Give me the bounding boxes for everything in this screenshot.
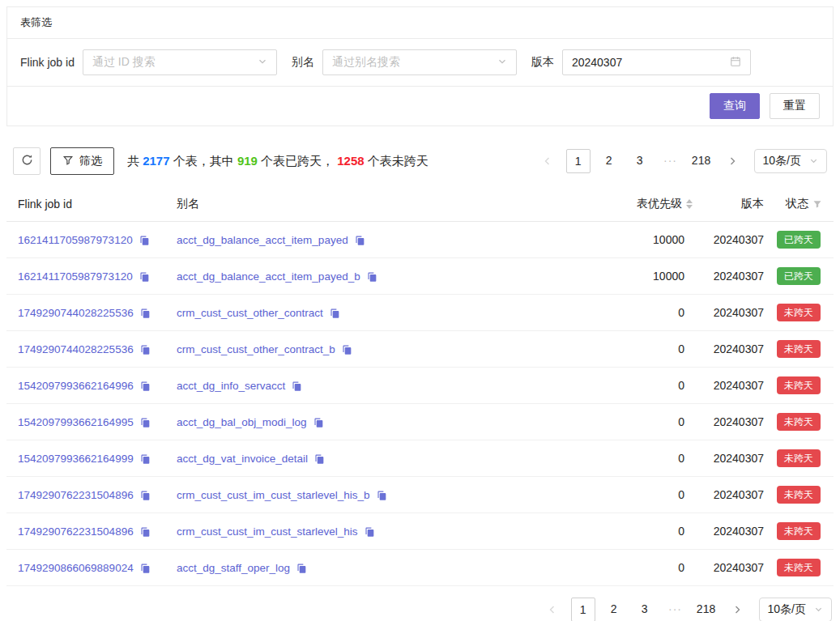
page-size-select[interactable]: 10条/页 [759, 598, 832, 621]
refresh-icon [21, 154, 33, 168]
table-row: 1749290866069889024acct_dg_staff_oper_lo… [6, 550, 834, 586]
version-value: 20240307 [693, 525, 770, 538]
version-label: 版本 [531, 55, 554, 70]
job-id-link[interactable]: 1621411705987973120 [18, 270, 133, 283]
chevron-down-icon [814, 603, 823, 616]
chevron-down-icon [809, 155, 818, 168]
copy-icon[interactable] [329, 308, 340, 319]
col-status-label: 状态 [786, 197, 808, 211]
col-priority-label: 表优先级 [637, 197, 682, 211]
alias-link[interactable]: crm_cust_cust_im_cust_starlevel_his_b [177, 489, 370, 501]
query-button[interactable]: 查询 [710, 93, 760, 119]
priority-value: 0 [595, 561, 693, 574]
job-id-link[interactable]: 1749290762231504896 [18, 525, 134, 538]
page-button-218[interactable]: 218 [689, 149, 714, 173]
flink-job-id-placeholder: 通过 ID 搜索 [92, 55, 156, 70]
filter-card: 表筛选 Flink job id 通过 ID 搜索 别名 通过别名搜索 [6, 6, 834, 126]
alias-link[interactable]: crm_cust_cust_im_cust_starlevel_his [177, 525, 358, 538]
job-id-link[interactable]: 1621411705987973120 [18, 234, 133, 246]
copy-icon[interactable] [139, 490, 151, 501]
uncrossed-count: 1258 [337, 154, 364, 168]
reset-button[interactable]: 重置 [770, 93, 820, 119]
page-button-1[interactable]: 1 [566, 149, 591, 173]
copy-icon[interactable] [366, 271, 377, 283]
table-row: 1749290744028225536crm_cust_cust_other_c… [6, 331, 834, 368]
version-value: 20240307 [693, 342, 770, 355]
copy-icon[interactable] [139, 526, 151, 538]
copy-icon[interactable] [376, 490, 387, 501]
alias-link[interactable]: acct_dg_balance_acct_item_payed_b [177, 270, 360, 283]
page-ellipsis: ··· [659, 149, 683, 173]
status-badge: 未跨天 [777, 340, 821, 358]
page-size-select[interactable]: 10条/页 [754, 149, 827, 173]
version-date-input[interactable]: 20240307 [562, 49, 751, 75]
copy-icon[interactable] [139, 453, 151, 465]
job-id-link[interactable]: 1542097993662164995 [18, 416, 134, 428]
version-value: 20240307 [693, 415, 770, 428]
alias-link[interactable]: crm_cust_cust_other_contract [177, 307, 323, 319]
alias-link[interactable]: crm_cust_cust_other_contract_b [177, 343, 335, 355]
toolbar: 筛选 共 2177 个表，其中 919 个表已跨天， 1258 个表未跨天 12… [6, 147, 834, 175]
page-button-3[interactable]: 3 [628, 149, 652, 173]
version-value: 20240307 [693, 270, 770, 283]
prev-page-button[interactable] [540, 598, 565, 621]
job-id-link[interactable]: 1542097993662164996 [18, 380, 134, 392]
priority-value: 0 [595, 379, 693, 392]
alias-select[interactable]: 通过别名搜索 [322, 49, 517, 75]
copy-icon[interactable] [364, 526, 375, 538]
version-value: 20240307 [693, 488, 770, 501]
copy-icon[interactable] [139, 344, 151, 355]
table-filter-page: 表筛选 Flink job id 通过 ID 搜索 别名 通过别名搜索 [0, 0, 840, 621]
copy-icon[interactable] [139, 271, 150, 283]
alias-link[interactable]: acct_dg_vat_invoice_detail [177, 453, 308, 465]
alias-link[interactable]: acct_dg_balance_acct_item_payed [177, 234, 348, 246]
flink-job-id-select[interactable]: 通过 ID 搜索 [83, 49, 277, 75]
prev-page-button[interactable] [535, 149, 560, 173]
table-body: 1621411705987973120acct_dg_balance_acct_… [6, 222, 834, 586]
copy-icon[interactable] [296, 563, 307, 574]
page-button-1[interactable]: 1 [571, 598, 595, 621]
status-badge: 未跨天 [777, 376, 821, 394]
copy-icon[interactable] [313, 453, 325, 465]
job-id-link[interactable]: 1749290744028225536 [18, 343, 134, 355]
priority-value: 10000 [595, 233, 693, 246]
page-button-218[interactable]: 218 [694, 598, 718, 621]
copy-icon[interactable] [139, 381, 151, 392]
copy-icon[interactable] [139, 417, 151, 428]
job-id-link[interactable]: 1749290744028225536 [18, 307, 134, 319]
page-button-2[interactable]: 2 [602, 598, 626, 621]
page-button-2[interactable]: 2 [597, 149, 621, 173]
filter-toggle-button[interactable]: 筛选 [50, 147, 114, 175]
col-status: 状态 [770, 197, 822, 211]
refresh-button[interactable] [13, 147, 41, 175]
job-id-link[interactable]: 1749290866069889024 [18, 562, 134, 574]
alias-link[interactable]: acct_dg_bal_obj_modi_log [177, 416, 307, 428]
status-filter-icon[interactable] [812, 199, 822, 209]
next-page-button[interactable] [720, 149, 744, 173]
filter-toggle-label: 筛选 [79, 154, 102, 168]
alias-link[interactable]: acct_dg_info_servacct [177, 380, 285, 392]
copy-icon[interactable] [139, 235, 150, 246]
copy-icon[interactable] [139, 308, 151, 319]
copy-icon[interactable] [139, 563, 151, 574]
alias-label: 别名 [292, 55, 314, 70]
copy-icon[interactable] [341, 344, 352, 355]
pagination-bottom: 123···21810条/页 [537, 598, 832, 621]
job-id-link[interactable]: 1542097993662164999 [18, 453, 134, 465]
copy-icon[interactable] [313, 417, 324, 428]
version-input-value: 20240307 [572, 56, 622, 69]
job-id-link[interactable]: 1749290762231504896 [18, 489, 134, 501]
results-table: Flink job id 别名 表优先级 版本 状态 1621411705987… [6, 186, 834, 586]
copy-icon[interactable] [354, 235, 365, 246]
copy-icon[interactable] [291, 381, 302, 392]
flink-job-id-field: Flink job id 通过 ID 搜索 [20, 49, 292, 75]
page-button-3[interactable]: 3 [633, 598, 657, 621]
col-priority[interactable]: 表优先级 [595, 197, 693, 211]
col-version: 版本 [693, 197, 770, 211]
next-page-button[interactable] [725, 598, 749, 621]
alias-link[interactable]: acct_dg_staff_oper_log [177, 562, 290, 574]
status-badge: 未跨天 [777, 413, 821, 431]
sort-carets-icon[interactable] [686, 199, 693, 209]
version-value: 20240307 [693, 306, 770, 319]
table-row: 1749290744028225536crm_cust_cust_other_c… [6, 295, 834, 331]
